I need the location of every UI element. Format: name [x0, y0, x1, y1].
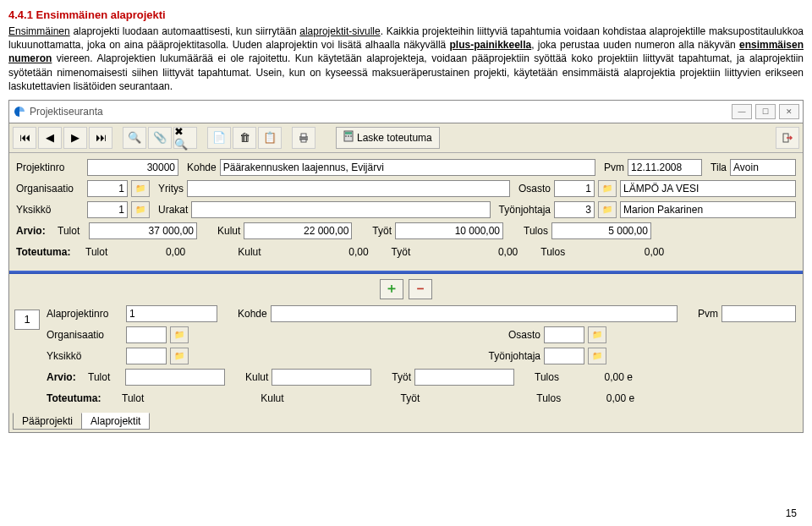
- pick-sub-organisaatio-button[interactable]: 📁: [170, 326, 189, 343]
- delete-button[interactable]: 🗑: [233, 127, 256, 149]
- field-projektinro[interactable]: 30000: [87, 159, 178, 176]
- tabs: Pääprojekti Alaprojektit: [9, 414, 803, 432]
- value-sub-tot-tulos: 0,00 e: [564, 391, 637, 406]
- field-urakat[interactable]: [191, 201, 490, 218]
- add-subproject-button[interactable]: ＋: [380, 279, 403, 299]
- field-sub-tyonjohtaja[interactable]: [544, 348, 584, 364]
- nav-prev-button[interactable]: ◀: [38, 127, 62, 149]
- value-tot-kulut: 0,00: [265, 244, 371, 260]
- minimize-button[interactable]: —: [732, 104, 752, 119]
- field-arvio-tyot[interactable]: 10 000,00: [395, 222, 503, 239]
- field-kohde[interactable]: Päärakennusken laajennus, Evijärvi: [220, 159, 595, 176]
- field-tyonjohtaja-name[interactable]: Marion Pakarinen: [620, 201, 796, 218]
- svg-rect-2: [301, 140, 306, 142]
- print-button[interactable]: [292, 127, 315, 149]
- field-sub-pvm[interactable]: [721, 305, 796, 322]
- label-pvm: Pvm: [604, 162, 624, 173]
- field-yksikko[interactable]: 1: [87, 201, 128, 218]
- field-sub-organisaatio[interactable]: [126, 326, 167, 343]
- label-osasto: Osasto: [518, 183, 551, 195]
- tab-alaprojektit[interactable]: Alaprojektit: [81, 413, 150, 430]
- value-tot-tyot: 0,00: [414, 244, 520, 260]
- svg-rect-4: [345, 132, 352, 134]
- titlebar: Projektiseuranta — ☐ ✕: [9, 101, 803, 123]
- field-sub-arvio-tyot[interactable]: [414, 369, 514, 386]
- search-button[interactable]: 🔍: [123, 127, 146, 149]
- pick-organisaatio-button[interactable]: 📁: [131, 180, 150, 197]
- label-arvio: Arvio:: [16, 225, 54, 237]
- field-sub-arvio-tulot[interactable]: [125, 369, 225, 386]
- label-urakat: Urakat: [158, 204, 188, 216]
- field-pvm[interactable]: 12.11.2008: [628, 159, 702, 176]
- label-alaprojektinro: Alaprojektinro: [47, 308, 123, 320]
- section-heading: 4.4.1 Ensimmäinen alaprojekti: [8, 8, 804, 21]
- app-window: Projektiseuranta — ☐ ✕ ⏮ ◀ ▶ ⏭ 🔍 📎 ✖🔍 📄 …: [8, 100, 804, 433]
- calculate-button[interactable]: Laske toteutuma: [336, 127, 440, 149]
- field-osasto[interactable]: 1: [554, 180, 595, 197]
- svg-rect-7: [350, 135, 352, 137]
- maximize-button[interactable]: ☐: [755, 104, 776, 119]
- value-tot-tulot: 0,00: [111, 244, 188, 260]
- label-tila: Tila: [710, 162, 727, 173]
- main-project-panel: Projektinro 30000 Kohde Päärakennusken l…: [9, 153, 803, 267]
- pick-yksikko-button[interactable]: 📁: [131, 201, 150, 218]
- app-icon: [13, 105, 26, 118]
- field-arvio-kulut[interactable]: 22 000,00: [244, 222, 352, 239]
- label-toteutuma: Toteutuma:: [16, 246, 82, 258]
- tab-paaprojekti[interactable]: Pääprojekti: [13, 413, 82, 430]
- label-yksikko: Yksikkö: [16, 204, 84, 216]
- exit-button[interactable]: [776, 127, 799, 149]
- field-sub-osasto[interactable]: [544, 326, 584, 343]
- remove-subproject-button[interactable]: －: [409, 279, 432, 299]
- field-sub-kohde[interactable]: [271, 305, 678, 322]
- field-alaprojektinro[interactable]: 1: [126, 305, 217, 322]
- subproject-panel: ＋ － 1 Alaprojektinro 1 Kohde Pvm Organis…: [9, 274, 803, 414]
- subproject-number-tab[interactable]: 1: [14, 310, 40, 330]
- toolbar: ⏮ ◀ ▶ ⏭ 🔍 📎 ✖🔍 📄 🗑 📋 Laske toteutuma: [9, 123, 803, 153]
- svg-rect-1: [301, 134, 306, 137]
- window-title: Projektiseuranta: [30, 106, 732, 118]
- label-tyonjohtaja: Työnjohtaja: [499, 204, 551, 216]
- new-button[interactable]: 📄: [207, 127, 231, 149]
- field-tila[interactable]: Avoin: [730, 159, 796, 176]
- label-projektinro: Projektinro: [16, 162, 84, 173]
- value-sub-arvio-tulos: 0,00 e: [562, 370, 635, 385]
- pick-tyonjohtaja-button[interactable]: 📁: [598, 201, 617, 218]
- field-sub-yksikko[interactable]: [126, 348, 167, 364]
- pick-sub-osasto-button[interactable]: 📁: [588, 326, 606, 343]
- label-kohde: Kohde: [187, 162, 217, 173]
- nav-next-button[interactable]: ▶: [63, 127, 87, 149]
- paragraph: Ensimmäinen alaprojekti luodaan automaat…: [8, 25, 804, 93]
- field-organisaatio[interactable]: 1: [87, 180, 128, 197]
- field-arvio-tulot[interactable]: 37 000,00: [89, 222, 197, 239]
- field-yritys[interactable]: [187, 180, 510, 197]
- pick-sub-tyonjohtaja-button[interactable]: 📁: [588, 348, 606, 364]
- field-arvio-tulos[interactable]: 5 000,00: [551, 222, 651, 239]
- pick-osasto-button[interactable]: 📁: [598, 180, 617, 197]
- field-tyonjohtaja[interactable]: 3: [554, 201, 595, 218]
- copy-button[interactable]: 📋: [258, 127, 282, 149]
- svg-rect-6: [348, 135, 349, 137]
- calculator-icon: [343, 130, 354, 145]
- svg-rect-5: [345, 135, 347, 137]
- nav-first-button[interactable]: ⏮: [13, 127, 36, 149]
- field-sub-arvio-kulut[interactable]: [272, 369, 371, 386]
- label-yritys: Yritys: [158, 183, 184, 195]
- value-tot-tulos: 0,00: [568, 244, 667, 260]
- pick-sub-yksikko-button[interactable]: 📁: [170, 348, 189, 364]
- label-organisaatio: Organisaatio: [16, 183, 84, 195]
- attach-button[interactable]: 📎: [148, 127, 172, 149]
- nav-last-button[interactable]: ⏭: [89, 127, 112, 149]
- close-button[interactable]: ✕: [779, 104, 799, 119]
- cancel-search-button[interactable]: ✖🔍: [173, 127, 197, 149]
- field-osasto-name[interactable]: LÄMPÖ JA VESI: [620, 180, 796, 197]
